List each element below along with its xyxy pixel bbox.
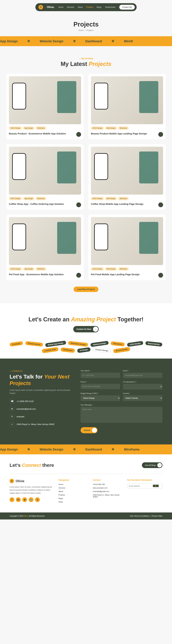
info-text: 2464 Royal Ln. Mesa, New Jersey 45463 [16,423,54,426]
project-tag: Wireframe [118,197,129,200]
footer-contact-line: example@gmail.com [93,490,122,492]
privacy-link[interactable]: Privacy Policy [152,515,163,517]
message-field[interactable] [81,407,163,423]
footer-link[interactable]: Blogs [59,498,88,499]
project-card: UI/UX DesignApp DesignWireframePet Food … [6,214,84,280]
project-tag: App Design [23,126,35,130]
crumb-home[interactable]: Home [79,29,84,32]
view-blogs-button[interactable]: View All Blogs → [142,462,163,468]
name-field[interactable] [81,372,120,378]
contact-me-button[interactable]: Contact Me [119,5,135,10]
section-title: My Latest Projects [6,61,166,67]
label-email: Email * [123,370,163,372]
nav-link-services[interactable]: Services [67,6,74,8]
terms-link[interactable]: User Terms & Conditions [130,515,149,517]
nav-link-home[interactable]: Home [58,6,63,8]
open-project-button[interactable]: → [76,273,81,278]
phone-field[interactable] [81,384,120,389]
strip-item: Wireframe [124,448,140,451]
header: O Olivia. HomeServicesAboutProjectsBlogs… [0,0,172,14]
nav-link-blogs[interactable]: Blogs [97,6,101,8]
nav-link-testimonials[interactable]: Testimonials [105,6,115,8]
strip-item: Dashboard [85,40,102,43]
project-thumb [9,217,81,265]
open-project-button[interactable]: → [158,273,163,278]
social-icon[interactable]: 🐦 [29,497,33,502]
project-tag: UI/UX Design [9,126,22,130]
social-icon[interactable]: ◎ [35,497,40,502]
project-thumb [91,76,163,124]
contact-info-row: ✉example@gmail.com [9,406,73,412]
crumb-current: Projects [86,29,93,32]
bottom-bar: Copyright © 2024 Olivia. All Rights Rese… [0,512,172,520]
project-thumb [91,147,163,194]
newsletter-submit[interactable]: ➤ [153,485,159,487]
page-title: Projects [0,21,172,28]
chip: Design System [25,341,43,346]
contact-info-row: ⌖2464 Royal Ln. Mesa, New Jersey 45463 [9,422,73,427]
footer-link[interactable]: Home [59,484,88,485]
project-tag: Web Design [105,197,117,200]
project-tag: Wireframe [118,267,129,270]
contact-head: Contact [93,479,122,481]
project-tag: UI/UX Design [9,197,22,200]
project-tag: UI/UX Design [91,126,104,130]
info-icon: ⌖ [9,422,15,427]
chip: UX/UI Design [127,341,143,347]
nav-head: Navigation [59,479,88,481]
budget-field[interactable]: Select Range [81,395,120,401]
chip: Mobile App Design [45,340,66,347]
submit-button[interactable]: Submit → [81,427,98,433]
marquee-top: App Design✳Website Design✳Dashboard✳Wire… [0,36,172,46]
nav-link-about[interactable]: About [78,6,83,8]
arrow-icon: → [93,327,98,332]
project-tag: UI/UX Design [9,267,22,270]
footer-link[interactable]: FAQs [59,501,88,503]
project-tag: Wireframe [36,197,46,200]
open-project-button[interactable]: → [76,132,81,137]
newsletter-input[interactable] [127,484,152,488]
open-project-button[interactable]: → [158,202,163,207]
chips-row: PrototypeDesign SystemMobile App DesignW… [6,339,166,358]
project-tag: Web Design [105,267,117,270]
chip: Wireframe Design [68,341,88,347]
footer-contact-line: +0123-456-789 [93,484,122,485]
page-title-block: Projects Home / Projects [0,14,172,36]
footer-desc: Lorem ipsum dolor sit amet, consectetur … [9,486,54,494]
project-tag: App Design [23,197,35,200]
connect-title: Let's Connect there [9,462,54,468]
social-icon[interactable]: Be [16,497,21,502]
label-message: Your Message * [81,404,163,406]
email-field[interactable] [123,372,163,378]
strip-item: Wirefr [124,40,133,43]
social-icon[interactable]: ◉ [22,497,27,502]
open-project-button[interactable]: → [158,132,163,137]
footer-link[interactable]: Projects [59,494,88,496]
project-thumb [9,147,81,194]
asterisk-icon: ✳ [27,447,30,452]
open-project-button[interactable]: → [76,202,81,207]
load-more-button[interactable]: Load More Projects [74,286,98,292]
footer-contact-line: www.example.com [93,487,122,489]
project-title: Coffee Shop Mobile App Landing Page Desi… [91,202,143,206]
contact-form: Your Name * Email * Phone * I'm Interest… [81,370,163,433]
contact-us-button[interactable]: Contact Us Now → [73,326,99,332]
arrow-icon: → [157,463,162,468]
country-field[interactable]: Select Country [123,395,163,401]
news-head: Get the latest information [127,479,163,481]
footer-link[interactable]: About [59,490,88,492]
social-icon[interactable]: f [9,497,14,502]
nav-links: HomeServicesAboutProjectsBlogsTestimonia… [58,6,115,8]
brand-name: Olivia. [47,6,54,8]
section-tag: — My Portfolio [6,57,166,60]
copyright: Copyright © 2024 Olivia. All Rights Rese… [9,515,45,517]
label-interest: I'm Interested in * [123,381,163,383]
contact-section: — Contact Us Let's Talk for Your Next Pr… [0,358,172,444]
project-tag: Wireframe [36,126,46,130]
footer-link[interactable]: Services [59,487,88,489]
label-phone: Phone * [81,381,120,383]
chip: Product Design [92,347,111,353]
strip-item: App Design [0,40,18,43]
interest-field[interactable] [123,384,163,390]
nav-link-projects[interactable]: Projects [86,6,93,8]
